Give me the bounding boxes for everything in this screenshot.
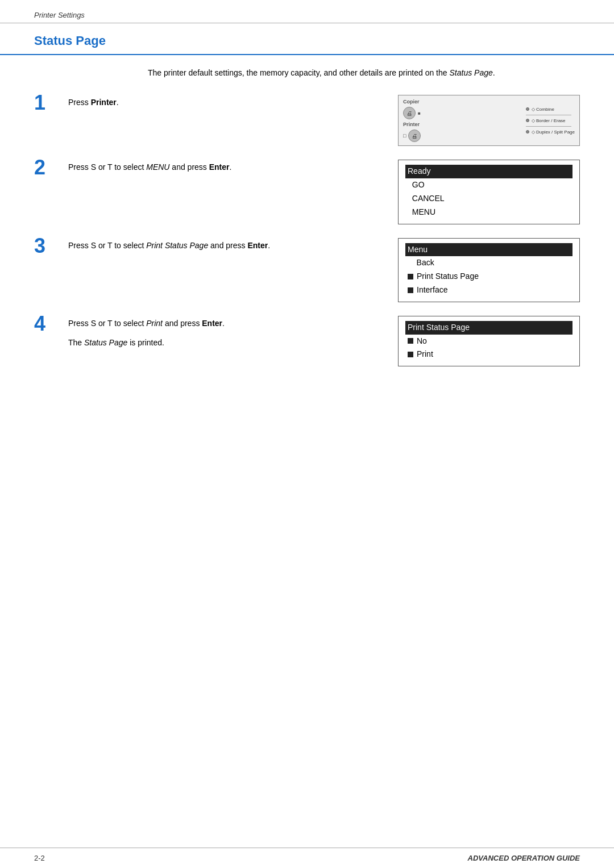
border-light [526,119,529,122]
step-2-body: Press S or T to select MENU and press En… [68,160,580,224]
lcd-print-status-box: Print Status Page No Print [398,316,580,366]
step-1: 1 Press Printer. Copier 🖨 ■ [34,95,580,146]
step-3-body: Press S or T to select Print Status Page… [68,238,580,302]
lcd-print-print: Print [405,348,572,361]
panel-left: Copier 🖨 ■ Printer □ 🖨 [403,99,421,142]
combine-option: ◇ Combine [526,107,575,112]
printer-buttons: □ 🖨 [403,130,421,142]
step-4-number: 4 [34,314,68,334]
footer: 2-2 ADVANCED OPERATION GUIDE [0,848,614,868]
copier-sub-icon: ■ [418,111,421,116]
border-erase-option: ◇ Border / Erase [526,118,575,123]
lcd-ready-row-1: GO [405,178,572,192]
breadcrumb: Printer Settings [34,11,85,19]
combine-light [526,107,529,111]
step-3-bold: Enter [247,241,268,250]
step-4-visual: Print Status Page No Print [398,316,580,366]
step-4-body: Press S or T to select Print and press E… [68,316,580,366]
lcd-menu-interface-label: Interface [417,283,447,297]
duplex-option: ◇ Duplex / Split Page [526,130,575,135]
printer-button-icon: 🖨 [408,130,421,142]
lcd-ready-row-2: CANCEL [405,192,572,206]
bullet-print-status [408,274,413,279]
step-3-number: 3 [34,236,68,256]
step-4-bold: Enter [202,319,222,328]
step-1-bold: Printer [91,98,117,107]
duplex-label: ◇ Duplex / Split Page [532,130,575,135]
bullet-print [408,352,413,357]
footer-page-number: 2-2 [34,854,45,862]
copier-buttons: 🖨 ■ [403,107,421,119]
step-4-italic: Print [146,319,163,328]
step-4-text: Press S or T to select Print and press E… [68,316,381,350]
intro-text: The printer default settings, the memory… [148,66,580,79]
lcd-menu-print-status: Print Status Page [405,270,572,283]
step-2-bold: Enter [209,162,230,172]
step-1-visual: Copier 🖨 ■ Printer □ 🖨 [398,95,580,146]
lcd-menu-print-status-label: Print Status Page [417,270,479,283]
lcd-ready-row-0: Ready [405,165,572,178]
step-4-note: The Status Page is printed. [68,336,381,350]
printer-panel: Copier 🖨 ■ Printer □ 🖨 [398,95,580,146]
lcd-menu-back: Back [405,256,572,270]
lcd-menu-interface: Interface [405,283,572,297]
combine-label: ◇ Combine [532,107,554,112]
section-title: Status Page [0,23,614,55]
step-2-text: Press S or T to select MENU and press En… [68,160,381,174]
header: Printer Settings [0,0,614,23]
footer-guide-title: ADVANCED OPERATION GUIDE [468,854,580,862]
step-3-visual: Menu Back Print Status Page Interface [398,238,580,302]
printer-icon: □ [403,133,406,139]
panel-right: ◇ Combine ◇ Border / Erase ◇ Duplex / Sp… [526,107,575,135]
step-1-number: 1 [34,93,68,113]
intro-italic: Status Page [449,68,492,77]
copier-button-icon: 🖨 [403,107,416,119]
lcd-ready-row-3: MENU [405,206,572,219]
lcd-print-print-label: Print [417,348,433,361]
step-4-note-italic: Status Page [84,338,127,347]
bullet-interface [408,287,413,293]
lcd-menu-title: Menu [405,243,572,257]
lcd-ready-box: Ready GO CANCEL MENU [398,160,580,224]
bullet-no [408,338,413,344]
step-3-text: Press S or T to select Print Status Page… [68,238,381,253]
step-3-italic: Print Status Page [146,241,208,250]
step-2-number: 2 [34,157,68,178]
step-2-italic: MENU [146,162,169,172]
border-label: ◇ Border / Erase [532,118,566,123]
step-1-text: Press Printer. [68,95,381,110]
lcd-print-status-title: Print Status Page [405,321,572,335]
lcd-print-no: No [405,335,572,348]
lcd-print-no-label: No [417,335,427,348]
step-4: 4 Press S or T to select Print and press… [34,316,580,366]
copier-row: Copier [403,99,421,105]
step-2-visual: Ready GO CANCEL MENU [398,160,580,224]
intro-text-end: . [493,68,495,77]
step-3: 3 Press S or T to select Print Status Pa… [34,238,580,302]
page-wrapper: Printer Settings Status Page The printer… [0,0,614,868]
lcd-menu-box: Menu Back Print Status Page Interface [398,238,580,302]
printer-row: Printer [403,122,421,127]
copier-label: Copier [403,99,420,105]
step-2: 2 Press S or T to select MENU and press … [34,160,580,224]
main-content: The printer default settings, the memory… [0,66,614,366]
printer-label: Printer [403,122,420,127]
duplex-light [526,130,529,133]
step-1-body: Press Printer. Copier 🖨 ■ [68,95,580,146]
intro-text-prefix: The printer default settings, the memory… [148,68,449,77]
